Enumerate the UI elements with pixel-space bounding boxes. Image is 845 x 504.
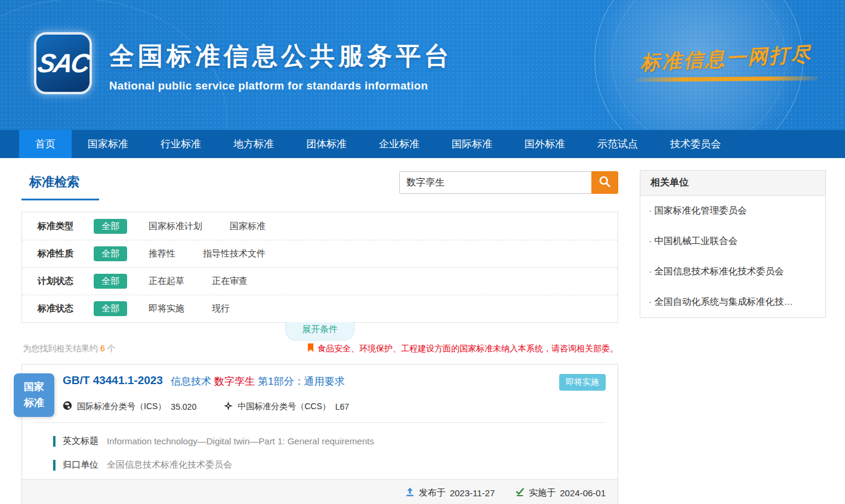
committee-label: 归口单位 [63,459,98,471]
related-unit-link[interactable]: 国家标准化管理委员会 [640,196,825,226]
ccs-value: L67 [335,402,349,412]
filter-row-plan-status: 计划状态 全部 正在起草 正在审查 [22,267,618,295]
card-top: GB/T 43441.1-2023 信息技术数字孪生第1部分：通用要求 即将实施… [22,364,618,412]
title-search-highlight: 数字孪生 [214,376,255,387]
title-part-2: 第1部分：通用要求 [258,376,344,387]
check-icon [515,487,525,499]
card-footer: 发布于 2023-11-27 实施于 2024-06-01 [22,479,618,504]
classification-line: 国际标准分类号（ICS） 35.020 中国标准分类号（CCS） L67 [63,401,606,412]
implement-date-item: 实施于 2024-06-01 [515,487,606,499]
english-title-row: 英文标题 Information technology—Digital twin… [22,435,618,447]
publish-date: 2023-11-27 [450,488,495,498]
nav-tab-international-standards[interactable]: 国际标准 [436,130,508,158]
related-unit-link[interactable]: 中国机械工业联合会 [640,226,825,256]
results-count-number: 6 [100,344,105,353]
filter-label: 标准性质 [38,248,94,259]
ccs-label: 中国标准分类号（CCS） [238,401,331,412]
filter-option[interactable]: 国家标准计划 [149,221,202,232]
search-icon [599,175,611,190]
results-count-prefix: 为您找到相关结果约 [23,344,98,353]
teal-accent-bar [53,436,55,447]
badge-line-2: 标准 [24,395,44,411]
status-badge: 即将实施 [559,374,606,391]
filter-option[interactable]: 即将实施 [149,303,184,314]
standard-title-line: GB/T 43441.1-2023 信息技术数字孪生第1部分：通用要求 即将实施 [63,374,606,391]
page-content: 标准检索 标准类型 全部 国家标准计划 国家标准 标准性质 [0,158,845,504]
filter-row-standard-nature: 标准性质 全部 推荐性 指导性技术文件 [22,240,618,267]
site-titles: 全国标准信息公共服务平台 National public service pla… [109,39,453,92]
filter-all-badge[interactable]: 全部 [94,301,127,316]
nav-tab-national-standards[interactable]: 国家标准 [72,130,144,158]
publish-label: 发布于 [419,487,446,499]
main-nav: 首页 国家标准 行业标准 地方标准 团体标准 企业标准 国际标准 国外标准 示范… [0,130,845,158]
teal-accent-bar [53,460,55,471]
filter-option[interactable]: 国家标准 [230,221,266,232]
ics-value: 35.020 [171,402,196,412]
sidebar-column: 相关单位 国家标准化管理委员会 中国机械工业联合会 全国信息技术标准化技术委员会… [640,170,826,504]
committee-row: 归口单位 全国信息技术标准化技术委员会 [22,459,618,471]
results-count-suffix: 个 [107,344,116,353]
filter-option[interactable]: 正在审查 [212,276,248,287]
nav-tab-industry-standards[interactable]: 行业标准 [144,130,217,158]
nav-tab-enterprise-standards[interactable]: 企业标准 [363,130,436,158]
implement-date: 2024-06-01 [560,488,606,498]
search-header-row: 标准检索 [21,170,618,208]
filter-row-standard-type: 标准类型 全部 国家标准计划 国家标准 [22,212,618,240]
site-subtitle: National public service platform for sta… [109,79,453,92]
national-standard-badge[interactable]: 国家 标准 [14,373,54,417]
english-title-value: Information technology—Digital twin—Part… [107,436,374,446]
results-meta-row: 为您找到相关结果约6个 食品安全、环境保护、工程建设方面的国家标准未纳入本系统，… [21,343,618,354]
sac-logo-text: SAC [35,48,91,78]
filter-option[interactable]: 推荐性 [149,248,175,259]
filter-label: 标准类型 [38,221,94,232]
globe-icon [63,401,72,412]
search-input[interactable] [399,171,591,194]
related-units-title: 相关单位 [640,171,825,196]
expand-conditions-wrap: 展开条件 [21,323,618,341]
filter-label: 标准状态 [38,303,94,314]
standard-result-card: 国家 标准 GB/T 43441.1-2023 信息技术数字孪生第1部分：通用要… [21,364,618,504]
filter-option[interactable]: 现行 [212,303,230,314]
page-title: 标准检索 [21,170,79,190]
nav-tab-home[interactable]: 首页 [19,130,72,158]
expand-conditions-button[interactable]: 展开条件 [285,322,354,341]
notice-text: 食品安全、环境保护、工程建设方面的国家标准未纳入本系统，请咨询相关部委。 [317,344,618,354]
nav-tab-local-standards[interactable]: 地方标准 [217,130,290,158]
sac-logo[interactable]: SAC [34,32,92,94]
nav-tab-technical-committees[interactable]: 技术委员会 [654,130,737,158]
compass-icon [224,401,233,412]
filter-all-badge[interactable]: 全部 [94,274,127,289]
filter-label: 计划状态 [38,276,94,287]
filter-panel: 标准类型 全部 国家标准计划 国家标准 标准性质 全部 推荐性 指导性技术文件 … [21,212,618,323]
filter-row-standard-status: 标准状态 全部 即将实施 现行 [22,295,618,322]
header-banner: SAC 全国标准信息公共服务平台 National public service… [0,0,845,130]
related-unit-link[interactable]: 全国信息技术标准化技术委员会 [640,256,825,287]
filter-option[interactable]: 指导性技术文件 [203,248,266,259]
implement-label: 实施于 [529,487,556,499]
ics-label: 国际标准分类号（ICS） [77,401,166,412]
nav-tab-foreign-standards[interactable]: 国外标准 [508,130,581,158]
filter-option[interactable]: 正在起草 [149,276,184,287]
standard-title-link[interactable]: 信息技术数字孪生第1部分：通用要求 [171,374,344,388]
filter-all-badge[interactable]: 全部 [94,246,127,261]
related-unit-link[interactable]: 全国自动化系统与集成标准化技… [640,287,825,317]
card-divider [34,422,606,423]
standard-code-link[interactable]: GB/T 43441.1-2023 [63,374,163,387]
ics-classification: 国际标准分类号（ICS） 35.020 [63,401,196,412]
nav-tab-group-standards[interactable]: 团体标准 [290,130,363,158]
nav-tab-pilot-programs[interactable]: 示范试点 [581,130,654,158]
upload-icon [405,487,415,499]
system-notice: 食品安全、环境保护、工程建设方面的国家标准未纳入本系统，请咨询相关部委。 [307,343,618,354]
bookmark-icon [307,343,314,354]
english-title-label: 英文标题 [63,435,98,447]
search-button[interactable] [591,171,618,194]
ccs-classification: 中国标准分类号（CCS） L67 [224,401,349,412]
results-count: 为您找到相关结果约6个 [21,344,116,354]
search-box [399,171,618,194]
title-part-1: 信息技术 [171,376,211,387]
search-results-column: 标准检索 标准类型 全部 国家标准计划 国家标准 标准性质 [21,170,618,504]
filter-all-badge[interactable]: 全部 [94,219,127,234]
page-title-underline [21,199,99,200]
site-title: 全国标准信息公共服务平台 [109,39,453,73]
badge-line-1: 国家 [24,379,44,395]
